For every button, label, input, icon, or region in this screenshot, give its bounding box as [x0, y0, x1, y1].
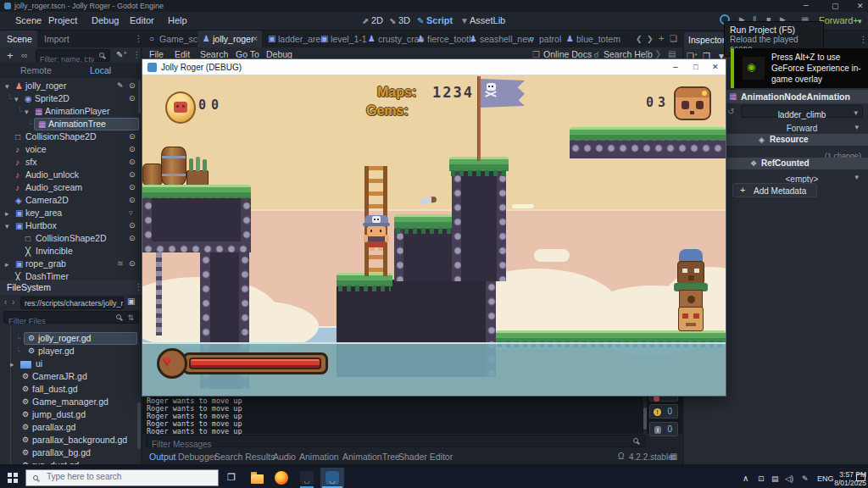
path-breadcrumb[interactable]: res://scripts/characters/jolly_ro: [20, 297, 124, 309]
tab-jolly-roger-label[interactable]: jolly_roger: [213, 34, 253, 44]
tree-row[interactable]: □CollisionShape2D⊙: [0, 130, 142, 143]
instance-scene-icon[interactable]: ∞: [21, 50, 28, 60]
file-label[interactable]: player.gd: [38, 346, 75, 356]
game-close-icon[interactable]: ✕: [712, 63, 719, 71]
inspector-menu-icon[interactable]: ⋮: [859, 34, 868, 44]
tabs-scroll-left-icon[interactable]: ❮: [636, 35, 643, 43]
visibility-eye-icon[interactable]: ⊙: [129, 158, 136, 166]
scene-filter-box[interactable]: [36, 49, 110, 62]
mode-assetlib[interactable]: AssetLib: [470, 15, 505, 25]
node-label[interactable]: voice: [25, 144, 47, 154]
file-label[interactable]: jump_dust.gd: [32, 409, 86, 419]
bottom-tab-output[interactable]: Output: [149, 452, 176, 462]
node-label[interactable]: jolly_roger: [25, 80, 66, 91]
node-label[interactable]: AnimationPlayer: [45, 106, 109, 116]
visibility-eye-icon[interactable]: ⊙: [129, 132, 136, 141]
collapse-icon[interactable]: ▾: [14, 95, 19, 103]
scene-dock-menu-icon[interactable]: ⋮: [134, 33, 143, 43]
node-label[interactable]: Invincible: [36, 246, 73, 256]
tree-row[interactable]: ▸▣key_area▿: [0, 207, 142, 219]
filesystem-menu-icon[interactable]: ⋮: [134, 281, 143, 291]
menu-project[interactable]: Project: [48, 15, 77, 25]
collapse-icon[interactable]: ▾: [5, 222, 9, 230]
node-label[interactable]: Camera2D: [25, 195, 69, 205]
tree-row[interactable]: ♪Audio_scream⊙: [0, 181, 142, 194]
game-taskbar-icon[interactable]: ◡: [326, 471, 339, 485]
node-label[interactable]: rope_grab: [25, 258, 66, 269]
script-menu-edit[interactable]: Edit: [175, 49, 190, 59]
add-metadata-button[interactable]: +Add Metadata: [732, 183, 817, 197]
visibility-eye-icon[interactable]: ⊙: [129, 221, 136, 230]
split-mode-icon[interactable]: ▣: [127, 297, 135, 306]
bottom-tab-animation-tree[interactable]: AnimationTree: [342, 452, 400, 462]
notification-center-icon[interactable]: [856, 474, 865, 481]
file-row[interactable]: ⚙jump_dust.gd: [0, 408, 142, 421]
scripts-panel-icon[interactable]: ▤: [668, 49, 676, 58]
tree-row[interactable]: ◈Camera2D⊙: [0, 194, 142, 207]
tree-row[interactable]: ╳DashTimer: [0, 270, 142, 280]
tabs-scroll-right-icon[interactable]: ❯: [647, 35, 654, 43]
file-row[interactable]: ▸ui: [0, 358, 142, 370]
node-label[interactable]: AnimationTree: [48, 119, 106, 129]
script-menu-file[interactable]: File: [149, 49, 164, 59]
tab-inspector-label[interactable]: Inspector: [688, 35, 725, 45]
tree-row-selected[interactable]: └▦AnimationTree: [0, 118, 142, 130]
signal-icon[interactable]: ≋: [117, 259, 124, 268]
tree-row[interactable]: □CollisionShape2D⊙: [0, 232, 142, 245]
file-label[interactable]: parallax_background.gd: [32, 435, 127, 445]
firefox-icon[interactable]: [275, 471, 288, 485]
remote-toggle[interactable]: Remote: [20, 65, 52, 75]
collapse-icon[interactable]: ▾: [25, 108, 29, 116]
scene-toolbar-menu-icon[interactable]: ⋮: [132, 49, 142, 59]
taskbar-search-box[interactable]: [25, 469, 219, 486]
nav-back-icon[interactable]: ‹: [4, 297, 7, 307]
file-label[interactable]: ui: [36, 358, 42, 369]
node-label[interactable]: Audio_unlock: [25, 169, 79, 180]
file-row[interactable]: ⚙CameraJR.gd: [0, 370, 142, 383]
visibility-eye-icon[interactable]: ⊙: [129, 94, 136, 103]
game-minimize-icon[interactable]: –: [673, 62, 678, 71]
tree-row[interactable]: ▾▣Hurtbox⊙: [0, 219, 142, 232]
tab-ladder-area[interactable]: ladder_area: [278, 34, 326, 44]
tab-import[interactable]: Import: [44, 34, 70, 44]
file-filter-box[interactable]: ⇅: [3, 311, 139, 324]
animation-dropdown[interactable]: ladder_climb▾: [741, 105, 863, 118]
script-dropdown[interactable]: <empty>▾: [741, 170, 863, 182]
node-label[interactable]: Audio_scream: [25, 182, 82, 192]
bottom-tab-search-results[interactable]: Search Results: [214, 452, 275, 462]
tab-scene-label[interactable]: Scene: [7, 34, 32, 44]
filesystem-title[interactable]: FileSystem: [7, 282, 51, 292]
tray-expand-icon[interactable]: ∧: [743, 474, 748, 483]
file-label[interactable]: parallax.gd: [32, 422, 75, 432]
expand-icon[interactable]: ▸: [10, 360, 14, 369]
expand-icon[interactable]: ▸: [5, 260, 9, 269]
node-label[interactable]: sfx: [25, 157, 36, 167]
tray-app-icon[interactable]: ⊡: [758, 474, 765, 483]
file-label[interactable]: CameraJR.gd: [32, 371, 87, 381]
script-badge-icon[interactable]: ✎: [117, 81, 124, 90]
online-docs-button[interactable]: Online Docs: [543, 49, 592, 59]
file-label[interactable]: parallax_bg.gd: [32, 447, 91, 458]
game-maximize-icon[interactable]: □: [693, 63, 698, 71]
group-icon[interactable]: ▿: [129, 208, 133, 217]
file-label[interactable]: fall_dust.gd: [32, 384, 78, 394]
menu-editor[interactable]: Editor: [130, 15, 154, 25]
renderer-select[interactable]: Forward+: [819, 15, 859, 25]
visibility-eye-icon[interactable]: ⊙: [129, 183, 136, 191]
tree-row[interactable]: ♪Audio_unlock⊙: [0, 169, 142, 181]
notification-bell-icon[interactable]: Ω: [618, 452, 624, 461]
attach-script-icon[interactable]: ✎+: [116, 50, 126, 59]
file-label[interactable]: Game_manager.gd: [32, 396, 108, 407]
sort-icon[interactable]: ⇅: [127, 313, 134, 322]
tab-seashell-new[interactable]: seashell_new: [480, 34, 534, 44]
taskbar-search-input[interactable]: [47, 472, 208, 481]
file-explorer-icon[interactable]: [251, 474, 264, 484]
tree-row[interactable]: ╳Invincible: [0, 245, 142, 258]
visibility-eye-icon[interactable]: ⊙: [129, 196, 136, 204]
tree-row[interactable]: └▾▦AnimationPlayer: [0, 105, 142, 118]
bottom-tab-debugger[interactable]: Debugger: [178, 452, 217, 462]
revert-icon[interactable]: ↺: [727, 107, 734, 116]
play-mode-dropdown[interactable]: Forward▾: [741, 119, 863, 132]
add-node-icon[interactable]: +: [7, 49, 14, 62]
file-row[interactable]: └⚙player.gd: [0, 345, 142, 358]
